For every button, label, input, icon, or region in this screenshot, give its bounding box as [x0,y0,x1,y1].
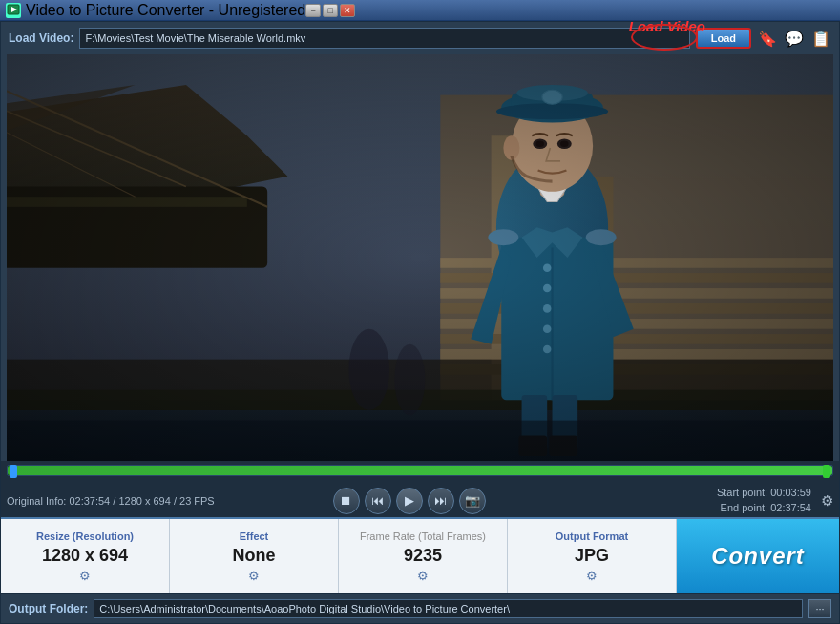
window-controls: − □ ✕ [305,4,355,17]
video-frame [7,54,833,461]
framerate-label: Frame Rate (Total Frames) [360,530,486,542]
effect-label: Effect [240,530,269,542]
video-info: Original Info: 02:37:54 / 1280 x 694 / 2… [7,495,329,507]
convert-button[interactable]: Convert [677,519,839,593]
outputformat-option[interactable]: Output Format JPG ⚙ [508,519,677,593]
list-icon[interactable]: 📋 [810,28,831,49]
output-folder-row: Output Folder: ··· [1,593,839,623]
resize-value: 1280 x 694 [42,546,128,566]
outputformat-value: JPG [575,546,609,566]
next-button[interactable]: ⏭ [428,488,454,514]
load-video-row: Load Video: Load 🔖 💬 📋 Load Video [1,22,839,54]
seek-bar[interactable] [7,465,833,476]
end-point: End point: 02:37:54 [490,501,812,515]
svg-rect-52 [7,54,833,461]
output-path-input[interactable] [94,599,803,618]
resize-option[interactable]: Resize (Resolution) 1280 x 694 ⚙ [1,519,170,593]
video-area [7,54,833,461]
window-title: Video to Picture Converter - Unregistere… [26,2,305,19]
load-button[interactable]: Load [696,28,751,49]
outputformat-gear-icon[interactable]: ⚙ [586,569,598,583]
framerate-gear-icon[interactable]: ⚙ [417,569,429,583]
toolbar-icons: 🔖 💬 📋 [757,28,831,49]
screenshot-button[interactable]: 📷 [459,488,486,514]
time-info: Start point: 00:03:59 End point: 02:37:5… [490,486,812,515]
start-point: Start point: 00:03:59 [490,486,812,500]
seek-handle-right[interactable] [823,465,830,478]
options-bar: Resize (Resolution) 1280 x 694 ⚙ Effect … [1,517,839,593]
file-path-input[interactable] [79,28,689,49]
resize-gear-icon[interactable]: ⚙ [79,569,91,583]
output-browse-button[interactable]: ··· [808,599,831,618]
load-video-label: Load Video: [9,31,74,45]
timeline-area [1,461,839,484]
play-button[interactable]: ▶ [396,488,423,514]
main-window: Load Video: Load 🔖 💬 📋 Load Video [0,21,840,624]
title-bar: Video to Picture Converter - Unregistere… [0,0,840,21]
controls-row: Original Info: 02:37:54 / 1280 x 694 / 2… [1,484,839,517]
seek-handle-left[interactable] [10,465,17,478]
output-folder-label: Output Folder: [9,602,88,615]
stop-button[interactable]: ⏹ [333,488,360,514]
close-button[interactable]: ✕ [340,4,355,17]
bookmark-icon[interactable]: 🔖 [757,28,778,49]
effect-gear-icon[interactable]: ⚙ [248,569,260,583]
outputformat-label: Output Format [556,530,628,542]
effect-value: None [233,546,276,566]
seek-bar-fill [8,466,832,475]
maximize-button[interactable]: □ [323,4,338,17]
resize-label: Resize (Resolution) [36,530,134,542]
settings-gear-icon[interactable]: ⚙ [821,492,833,510]
app-icon [6,3,21,18]
minimize-button[interactable]: − [305,4,321,17]
framerate-option[interactable]: Frame Rate (Total Frames) 9235 ⚙ [339,519,508,593]
framerate-value: 9235 [404,546,442,566]
prev-button[interactable]: ⏮ [365,488,391,514]
playback-controls: ⏹ ⏮ ▶ ⏭ 📷 [333,488,486,514]
effect-option[interactable]: Effect None ⚙ [170,519,339,593]
chat-icon[interactable]: 💬 [784,28,805,49]
